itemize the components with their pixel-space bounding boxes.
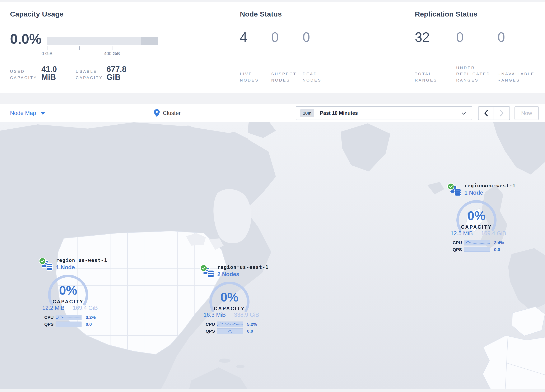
chevron-down-icon [461, 112, 466, 115]
map-toolbar: Node Map Cluster 10m Past 10 Minutes [0, 104, 545, 122]
capacity-values-row: USEDCAPACITY 41.0 MiB USABLECAPACITY 677… [10, 65, 131, 81]
qps-metric-row: QPS 0.0 [206, 328, 262, 335]
usable-capacity-value: 677.8 GiB [107, 65, 131, 81]
qps-metric-row: QPS 0.0 [44, 321, 101, 328]
replication-status-section: Replication Status 32 TOTALRANGES 0 UNDE… [415, 10, 477, 18]
capacity-percent: 0% [200, 290, 259, 305]
axis-tick-label: 0 GiB [30, 51, 64, 56]
capacity-label: CAPACITY [447, 224, 506, 230]
view-selector-dropdown[interactable]: Node Map [10, 104, 45, 122]
landmass-north-africa [483, 336, 545, 389]
capacity-label: CAPACITY [39, 299, 97, 305]
axis-tick [47, 46, 47, 50]
cpu-sparkline [56, 315, 81, 320]
cpu-label: CPU [206, 322, 217, 327]
qps-sparkline [56, 322, 81, 327]
time-range-selector[interactable]: 10m Past 10 Minutes [296, 106, 472, 120]
under-replicated-label: UNDER-REPLICATEDRANGES [456, 65, 498, 83]
replication-status-title: Replication Status [415, 10, 477, 18]
total-ranges-stat: 32 TOTALRANGES [415, 31, 456, 83]
dead-nodes-stat: 0 DEADNODES [303, 31, 334, 83]
capacity-gauge: 0% CAPACITY [447, 200, 506, 231]
world-map [0, 122, 545, 389]
capacity-bar-reserved-segment [141, 37, 158, 45]
live-nodes-value: 4 [240, 31, 271, 44]
breadcrumb[interactable]: Cluster [154, 104, 181, 122]
qps-sparkline [217, 329, 243, 334]
marker-header: region=eu-west-1 1 Node [447, 183, 509, 199]
caribbean-island [236, 365, 244, 368]
capacity-axis-labels: 0 GiB 400 GiB [47, 51, 158, 57]
capacity-usage-title: Capacity Usage [10, 10, 63, 18]
marker-header: region=us-east-1 2 Nodes [200, 264, 262, 281]
marker-metrics: CPU 3.2% QPS 0.0 [44, 314, 101, 328]
now-button[interactable]: Now [514, 106, 539, 120]
used-capacity-value: 41.0 MiB [41, 65, 63, 81]
cpu-metric-row: CPU 3.2% [44, 314, 101, 321]
dead-nodes-label: DEADNODES [303, 71, 334, 83]
summary-panel: Capacity Usage 0.0% 0 GiB 400 GiB [0, 2, 545, 93]
region-marker-us-west-1[interactable]: region=us-west-1 1 Node 0% CAPACITY 12.2… [39, 258, 101, 328]
qps-sparkline [464, 247, 490, 252]
map-pin-icon [154, 109, 160, 117]
capacity-usage-section: Capacity Usage 0.0% 0 GiB 400 GiB [10, 10, 63, 18]
toolbar-divider [286, 106, 286, 120]
qps-label: QPS [44, 322, 56, 327]
axis-tick [79, 46, 80, 50]
under-replicated-value: 0 [456, 31, 498, 44]
marker-header: region=us-west-1 1 Node [39, 258, 101, 274]
healthy-check-icon [39, 258, 46, 265]
suspect-nodes-value: 0 [271, 31, 303, 44]
qps-label: QPS [206, 329, 217, 334]
axis-tick-label: 400 GiB [95, 51, 129, 56]
capacity-axis [47, 46, 158, 51]
region-marker-eu-west-1[interactable]: region=eu-west-1 1 Node 0% CAPACITY 12.5… [447, 183, 509, 253]
node-count-link[interactable]: 1 Node [464, 190, 516, 196]
healthy-check-icon [200, 264, 207, 272]
view-selector-label: Node Map [10, 110, 36, 117]
capacity-bar: 0 GiB 400 GiB [47, 37, 158, 57]
unavailable-ranges-value: 0 [498, 31, 539, 44]
node-count-link[interactable]: 1 Node [56, 264, 107, 271]
cpu-value: 2.4% [494, 240, 504, 245]
cpu-value: 3.2% [86, 315, 96, 320]
time-range-label: Past 10 Minutes [320, 110, 358, 116]
cpu-sparkline [464, 240, 490, 245]
page-bottom-strip [0, 389, 545, 392]
step-forward-button[interactable] [494, 107, 509, 120]
capacity-percent: 0.0% [10, 31, 41, 47]
healthy-check-icon [447, 183, 454, 190]
usable-capacity-label: USABLECAPACITY [76, 68, 103, 81]
chevron-down-icon [41, 112, 45, 115]
axis-tick [145, 46, 145, 50]
live-nodes-label: LIVENODES [240, 71, 271, 83]
capacity-gauge: 0% CAPACITY [200, 281, 259, 313]
breadcrumb-label: Cluster [163, 110, 181, 117]
cpu-metric-row: CPU 5.2% [206, 321, 262, 328]
qps-metric-row: QPS 0.0 [453, 246, 509, 253]
qps-value: 0.0 [494, 247, 500, 252]
node-status-title: Node Status [240, 10, 282, 18]
capacity-gauge: 0% CAPACITY [39, 274, 97, 306]
cpu-sparkline [217, 322, 243, 327]
region-name: region=us-west-1 [56, 258, 107, 263]
step-back-button[interactable] [478, 107, 494, 120]
cpu-label: CPU [453, 240, 464, 245]
chevron-right-icon [499, 110, 504, 117]
cpu-label: CPU [44, 315, 56, 320]
dead-nodes-value: 0 [303, 31, 334, 44]
total-ranges-value: 32 [415, 31, 456, 44]
time-range-badge: 10m [300, 109, 314, 117]
capacity-percent: 0% [447, 208, 506, 223]
total-ranges-label: TOTALRANGES [415, 71, 456, 83]
suspect-nodes-label: SUSPECTNODES [271, 71, 303, 83]
time-step-controls [478, 106, 510, 120]
qps-value: 0.0 [86, 322, 92, 327]
caribbean-island [219, 359, 230, 363]
qps-label: QPS [453, 247, 464, 252]
qps-value: 0.0 [247, 329, 253, 334]
node-map: region=us-west-1 1 Node 0% CAPACITY 12.2… [0, 122, 545, 389]
unavailable-ranges-label: UNAVAILABLERANGES [498, 71, 539, 83]
node-count-link[interactable]: 2 Nodes [217, 271, 269, 278]
region-marker-us-east-1[interactable]: region=us-east-1 2 Nodes 0% CAPACITY 16.… [200, 264, 262, 335]
